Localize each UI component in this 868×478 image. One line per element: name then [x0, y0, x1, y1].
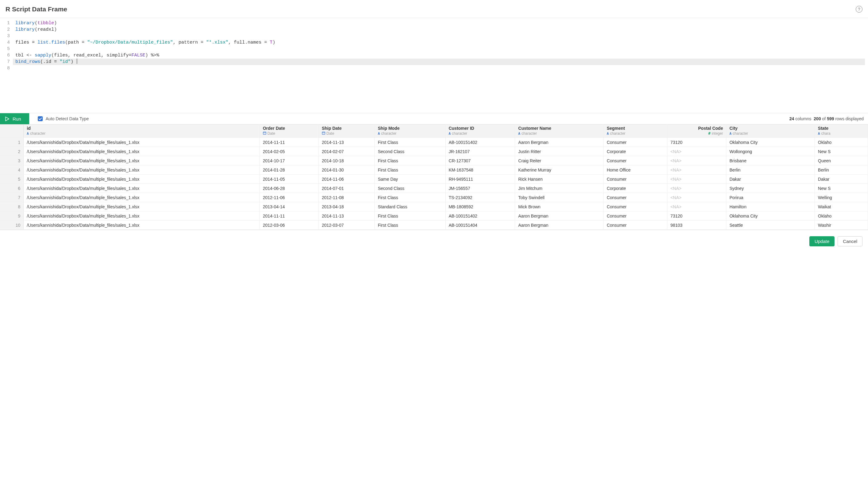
column-header[interactable]: CityAcharacter	[726, 125, 814, 137]
column-header[interactable]: Order DateDate	[259, 125, 318, 137]
table-cell[interactable]: Sydney	[726, 183, 814, 193]
table-cell[interactable]: New S	[815, 183, 868, 193]
table-cell[interactable]: <NA>	[667, 174, 726, 183]
table-cell[interactable]: 2014-06-28	[259, 183, 318, 193]
column-header[interactable]: StateAchara	[815, 125, 868, 137]
table-cell[interactable]: 2013-04-18	[318, 202, 374, 211]
run-button[interactable]: Run	[0, 113, 29, 124]
table-cell[interactable]: Aaron Bergman	[515, 220, 603, 230]
table-cell[interactable]: Hamilton	[726, 202, 814, 211]
column-header[interactable]: SegmentAcharacter	[603, 125, 667, 137]
table-cell[interactable]: 2014-02-05	[259, 147, 318, 156]
table-cell[interactable]: /Users/kannishida/Dropbox/Data/multiple_…	[24, 174, 259, 183]
table-cell[interactable]: Standard Class	[375, 202, 445, 211]
table-cell[interactable]: Wollongong	[726, 147, 814, 156]
table-cell[interactable]: KM-1637548	[445, 165, 515, 174]
table-cell[interactable]: <NA>	[667, 147, 726, 156]
table-cell[interactable]: 2012-11-06	[259, 193, 318, 202]
table-cell[interactable]: 2012-11-08	[318, 193, 374, 202]
table-cell[interactable]: Aaron Bergman	[515, 137, 603, 147]
table-cell[interactable]: Dakar	[815, 174, 868, 183]
column-header[interactable]: idAcharacter	[24, 125, 259, 137]
table-cell[interactable]: Consumer	[603, 174, 667, 183]
table-cell[interactable]: Welling	[815, 193, 868, 202]
table-cell[interactable]: 2014-11-11	[259, 137, 318, 147]
table-cell[interactable]: Consumer	[603, 220, 667, 230]
table-cell[interactable]: Second Class	[375, 147, 445, 156]
data-table-container[interactable]: idAcharacterOrder DateDateShip DateDateS…	[0, 125, 868, 230]
table-cell[interactable]: JR-162107	[445, 147, 515, 156]
table-row[interactable]: 9/Users/kannishida/Dropbox/Data/multiple…	[0, 211, 868, 220]
table-row[interactable]: 2/Users/kannishida/Dropbox/Data/multiple…	[0, 147, 868, 156]
table-row[interactable]: 8/Users/kannishida/Dropbox/Data/multiple…	[0, 202, 868, 211]
table-cell[interactable]: RH-9495111	[445, 174, 515, 183]
table-cell[interactable]: New S	[815, 147, 868, 156]
table-cell[interactable]: Oklaho	[815, 137, 868, 147]
table-cell[interactable]: Consumer	[603, 211, 667, 220]
table-cell[interactable]: AB-100151404	[445, 220, 515, 230]
table-cell[interactable]: <NA>	[667, 165, 726, 174]
column-header[interactable]: Customer NameAcharacter	[515, 125, 603, 137]
table-cell[interactable]: Rick Hansen	[515, 174, 603, 183]
auto-detect-toggle[interactable]: Auto Detect Data Type	[29, 116, 89, 121]
table-cell[interactable]: Toby Swindell	[515, 193, 603, 202]
table-cell[interactable]: Queen	[815, 156, 868, 165]
table-cell[interactable]: 98103	[667, 220, 726, 230]
table-cell[interactable]: CR-127307	[445, 156, 515, 165]
code-line[interactable]: library(tibble)	[16, 20, 865, 26]
table-cell[interactable]: /Users/kannishida/Dropbox/Data/multiple_…	[24, 137, 259, 147]
table-cell[interactable]: 2014-11-13	[318, 211, 374, 220]
code-line[interactable]	[16, 46, 865, 52]
table-cell[interactable]: First Class	[375, 220, 445, 230]
auto-detect-checkbox[interactable]	[38, 116, 43, 121]
table-cell[interactable]: /Users/kannishida/Dropbox/Data/multiple_…	[24, 202, 259, 211]
table-cell[interactable]: Katherine Murray	[515, 165, 603, 174]
table-cell[interactable]: Corporate	[603, 147, 667, 156]
table-cell[interactable]: Oklaho	[815, 211, 868, 220]
table-cell[interactable]: 73120	[667, 137, 726, 147]
table-cell[interactable]: 2014-11-11	[259, 211, 318, 220]
update-button[interactable]: Update	[809, 236, 835, 246]
table-row[interactable]: 3/Users/kannishida/Dropbox/Data/multiple…	[0, 156, 868, 165]
table-cell[interactable]: Washir	[815, 220, 868, 230]
code-line[interactable]: files = list.files(path = "~/Dropbox/Dat…	[16, 39, 865, 46]
table-cell[interactable]: Second Class	[375, 183, 445, 193]
table-cell[interactable]: First Class	[375, 165, 445, 174]
table-cell[interactable]: /Users/kannishida/Dropbox/Data/multiple_…	[24, 165, 259, 174]
table-cell[interactable]: <NA>	[667, 156, 726, 165]
table-row[interactable]: 10/Users/kannishida/Dropbox/Data/multipl…	[0, 220, 868, 230]
column-header[interactable]: Postal Code#integer	[667, 125, 726, 137]
table-cell[interactable]: 2014-11-13	[318, 137, 374, 147]
table-cell[interactable]: Aaron Bergman	[515, 211, 603, 220]
table-cell[interactable]: 2014-07-01	[318, 183, 374, 193]
table-cell[interactable]: Waikat	[815, 202, 868, 211]
table-cell[interactable]: Consumer	[603, 193, 667, 202]
table-cell[interactable]: <NA>	[667, 202, 726, 211]
table-cell[interactable]: Brisbane	[726, 156, 814, 165]
column-header[interactable]: Ship ModeAcharacter	[375, 125, 445, 137]
table-cell[interactable]: <NA>	[667, 193, 726, 202]
table-cell[interactable]: /Users/kannishida/Dropbox/Data/multiple_…	[24, 220, 259, 230]
table-cell[interactable]: Home Office	[603, 165, 667, 174]
table-cell[interactable]: First Class	[375, 137, 445, 147]
table-cell[interactable]: 2012-03-07	[318, 220, 374, 230]
table-cell[interactable]: Oklahoma City	[726, 211, 814, 220]
table-cell[interactable]: Porirua	[726, 193, 814, 202]
table-cell[interactable]: Oklahoma City	[726, 137, 814, 147]
code-editor[interactable]: 12345678 library(tibble)library(readxl)f…	[0, 18, 868, 113]
table-cell[interactable]: Consumer	[603, 137, 667, 147]
table-row[interactable]: 7/Users/kannishida/Dropbox/Data/multiple…	[0, 193, 868, 202]
cancel-button[interactable]: Cancel	[838, 236, 863, 246]
table-cell[interactable]: Craig Reiter	[515, 156, 603, 165]
table-row[interactable]: 1/Users/kannishida/Dropbox/Data/multiple…	[0, 137, 868, 147]
table-cell[interactable]: 73120	[667, 211, 726, 220]
table-cell[interactable]: 2014-11-06	[318, 174, 374, 183]
table-cell[interactable]: Justin Ritter	[515, 147, 603, 156]
table-cell[interactable]: TS-2134092	[445, 193, 515, 202]
table-cell[interactable]: Same Day	[375, 174, 445, 183]
table-cell[interactable]: <NA>	[667, 183, 726, 193]
table-cell[interactable]: Berlin	[815, 165, 868, 174]
code-line[interactable]: library(readxl)	[16, 26, 865, 33]
code-line[interactable]: bind_rows(.id = "id")	[13, 59, 865, 65]
table-cell[interactable]: First Class	[375, 211, 445, 220]
